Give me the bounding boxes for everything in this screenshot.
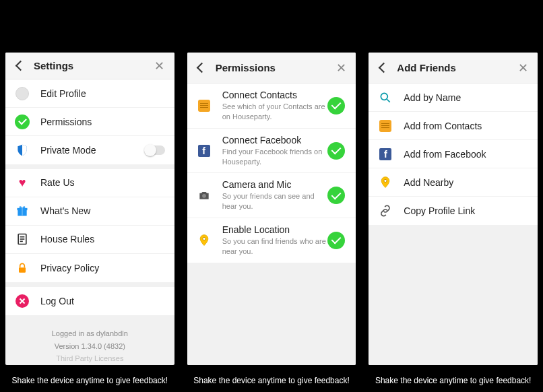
sublabel: Find your Facebook friends on Houseparty…: [222, 147, 327, 167]
label: Privacy Policy: [40, 263, 165, 273]
row-copy-profile-link[interactable]: Copy Profile Link: [369, 197, 538, 225]
sublabel: So you can find friends who are near you…: [222, 236, 327, 257]
row-enable-location[interactable]: Enable Location So you can find friends …: [187, 218, 356, 263]
settings-list-2: ♥ Rate Us What's New House Rules Privac: [5, 169, 174, 282]
screen: Settings ✕ Edit Profile Permissions Priv…: [5, 53, 174, 365]
divider: [5, 164, 174, 169]
arrow-left-icon: [380, 62, 387, 74]
row-add-from-facebook[interactable]: f Add from Facebook: [369, 140, 538, 168]
profile-icon: [15, 86, 30, 101]
phone-add-friends: Add Friends ✕ Add by Name Add from Conta…: [363, 0, 543, 392]
shake-hint: Shake the device anytime to give feedbac…: [0, 376, 180, 385]
row-permissions[interactable]: Permissions: [5, 108, 174, 136]
close-button[interactable]: ✕: [152, 60, 168, 72]
row-house-rules[interactable]: House Rules: [5, 226, 174, 254]
search-icon: [378, 90, 393, 105]
back-button[interactable]: [12, 60, 28, 72]
close-icon: ✕: [518, 62, 528, 74]
close-icon: ✕: [336, 62, 346, 74]
row-add-nearby[interactable]: Add Nearby: [369, 168, 538, 197]
svg-line-11: [387, 99, 390, 102]
contacts-icon: [197, 98, 212, 113]
link-icon: [378, 203, 393, 218]
close-button[interactable]: ✕: [515, 62, 531, 74]
logged-in-text: Logged in as dylanbdln: [5, 327, 174, 340]
gift-icon: [15, 203, 30, 218]
sublabel: So your friends can see and hear you.: [222, 191, 327, 211]
label: Private Mode: [40, 145, 145, 156]
label: Camera and Mic: [222, 179, 327, 190]
label: Edit Profile: [40, 88, 165, 99]
heart-icon: ♥: [15, 175, 30, 190]
label: House Rules: [40, 234, 165, 244]
svg-point-12: [384, 179, 387, 182]
back-button[interactable]: [375, 62, 391, 74]
svg-rect-2: [22, 208, 23, 216]
close-button[interactable]: ✕: [333, 62, 349, 74]
status-enabled: [326, 97, 346, 115]
screen: Permissions ✕ Connect Contacts See which…: [187, 53, 356, 365]
page-title: Add Friends: [397, 62, 515, 73]
header: Settings ✕: [5, 53, 174, 79]
label: Connect Contacts: [222, 90, 327, 100]
footer-info: Logged in as dylanbdln Version 1.34.0 (4…: [5, 315, 174, 365]
label: Log Out: [40, 296, 165, 306]
add-friends-list: Add by Name Add from Contacts f Add from…: [369, 84, 538, 225]
shield-icon: [15, 143, 30, 158]
row-whats-new[interactable]: What's New: [5, 197, 174, 226]
svg-point-10: [381, 93, 388, 100]
page-title: Permissions: [216, 62, 333, 73]
header: Permissions ✕: [187, 53, 356, 84]
check-icon: [327, 142, 345, 160]
arrow-left-icon: [17, 60, 24, 72]
label: Copy Profile Link: [404, 205, 528, 216]
shake-hint: Shake the device anytime to give feedbac…: [363, 376, 543, 385]
status-enabled: [326, 142, 346, 160]
check-icon: [327, 187, 345, 204]
document-icon: [15, 232, 30, 247]
row-private-mode[interactable]: Private Mode: [5, 136, 174, 164]
divider: [5, 282, 174, 287]
check-icon: [327, 97, 345, 115]
row-camera-mic[interactable]: Camera and Mic So your friends can see a…: [187, 173, 356, 218]
row-connect-contacts[interactable]: Connect Contacts See which of your Conta…: [187, 84, 356, 129]
label: Add from Contacts: [404, 121, 528, 131]
camera-icon: [197, 188, 212, 203]
close-icon: ✕: [154, 60, 164, 72]
row-rate-us[interactable]: ♥ Rate Us: [5, 169, 174, 197]
label: Add Nearby: [404, 177, 528, 188]
label: Add from Facebook: [404, 149, 528, 160]
private-mode-toggle[interactable]: [145, 145, 165, 155]
check-icon: [327, 232, 345, 249]
settings-list: Edit Profile Permissions Private Mode: [5, 79, 174, 164]
row-edit-profile[interactable]: Edit Profile: [5, 79, 174, 108]
label: Enable Location: [222, 224, 327, 235]
row-log-out[interactable]: Log Out: [5, 287, 174, 315]
location-pin-icon: [378, 175, 393, 190]
facebook-icon: f: [197, 143, 212, 158]
lock-icon: [15, 261, 30, 275]
phone-permissions: Permissions ✕ Connect Contacts See which…: [182, 0, 362, 392]
row-add-by-name[interactable]: Add by Name: [369, 84, 538, 112]
back-button[interactable]: [194, 62, 210, 74]
sublabel: See which of your Contacts are on Housep…: [222, 102, 327, 122]
contacts-icon: [378, 119, 393, 133]
row-privacy-policy[interactable]: Privacy Policy: [5, 254, 174, 282]
svg-rect-7: [19, 267, 26, 273]
permissions-list: Connect Contacts See which of your Conta…: [187, 84, 356, 263]
svg-point-9: [203, 237, 205, 240]
check-icon: [15, 115, 30, 129]
shake-hint: Shake the device anytime to give feedbac…: [182, 376, 362, 385]
status-enabled: [326, 187, 346, 204]
svg-point-8: [202, 194, 206, 198]
settings-list-3: Log Out: [5, 287, 174, 315]
header: Add Friends ✕: [369, 53, 538, 84]
label: What's New: [40, 205, 165, 216]
logout-icon: [15, 294, 30, 308]
version-text: Version 1.34.0 (4832): [5, 340, 174, 353]
row-connect-facebook[interactable]: f Connect Facebook Find your Facebook fr…: [187, 129, 356, 174]
label: Connect Facebook: [222, 135, 327, 145]
location-pin-icon: [197, 233, 212, 248]
row-add-from-contacts[interactable]: Add from Contacts: [369, 112, 538, 140]
label: Permissions: [40, 117, 165, 127]
